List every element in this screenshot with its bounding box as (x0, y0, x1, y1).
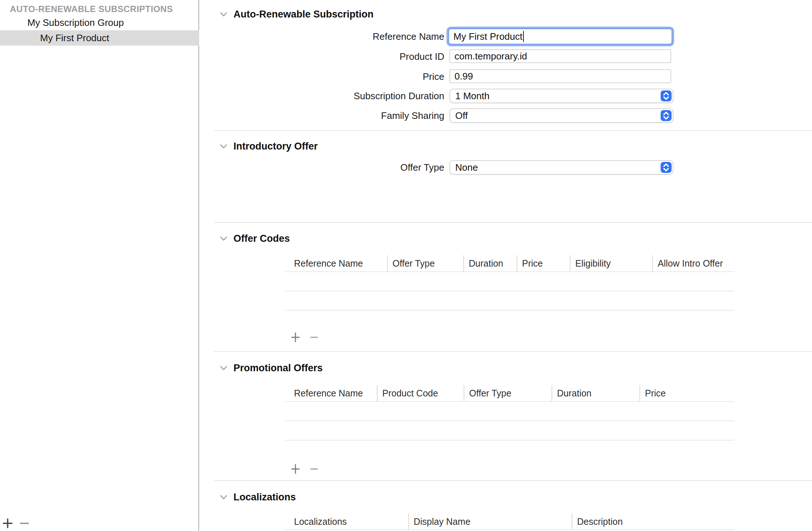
price-label: Price (201, 69, 444, 84)
text-cursor (523, 31, 524, 42)
section-title-promotional-offers: Promotional Offers (233, 363, 323, 374)
offer-type-value: None (455, 161, 478, 174)
popup-stepper-icon (661, 90, 672, 101)
section-divider (214, 480, 812, 481)
disclosure-chevron-icon[interactable] (220, 12, 228, 17)
plus-icon (290, 464, 301, 474)
section-header-subscription: Auto-Renewable Subscription (220, 9, 374, 20)
section-header-promotional-offers: Promotional Offers (220, 363, 323, 373)
reference-name-focus-ring: My First Product (446, 27, 674, 46)
localizations-table-header: Localizations Display Name Description (285, 513, 734, 530)
disclosure-chevron-icon[interactable] (220, 144, 228, 149)
offer-type-popup[interactable]: None (449, 160, 673, 175)
offer-codes-actions (288, 330, 332, 345)
offer-codes-remove-button[interactable] (307, 330, 321, 345)
table-row (285, 272, 734, 291)
section-header-localizations: Localizations (220, 492, 296, 503)
disclosure-chevron-icon[interactable] (220, 495, 228, 500)
sidebar-remove-button[interactable] (18, 516, 31, 530)
section-header-introductory-offer: Introductory Offer (220, 141, 318, 152)
table-row (285, 421, 734, 441)
offer-codes-table-body (285, 271, 734, 311)
section-title-offer-codes: Offer Codes (233, 233, 290, 244)
promotional-offers-add-button[interactable] (288, 462, 303, 476)
sidebar: AUTO-RENEWABLE SUBSCRIPTIONS My Subscrip… (0, 0, 199, 531)
column-header[interactable]: Allow Intro Offer (652, 255, 734, 271)
family-sharing-popup[interactable]: Off (449, 108, 673, 123)
column-header[interactable]: Duration (463, 255, 517, 271)
promotional-offers-table: Reference Name Product Code Offer Type D… (285, 385, 734, 441)
localizations-table-body (285, 530, 734, 531)
section-divider (214, 130, 812, 131)
plus-icon (290, 332, 301, 342)
disclosure-chevron-icon[interactable] (220, 236, 228, 241)
subscription-duration-value: 1 Month (455, 89, 490, 102)
column-header[interactable]: Display Name (408, 513, 572, 530)
column-header[interactable]: Price (639, 385, 734, 401)
sidebar-item-first-product[interactable]: My First Product (0, 30, 199, 46)
column-header[interactable]: Duration (552, 385, 639, 401)
popup-stepper-icon (661, 110, 672, 121)
reference-name-value: My First Product (453, 31, 522, 42)
minus-icon (309, 332, 319, 342)
section-divider (214, 351, 812, 352)
sidebar-add-button[interactable] (1, 516, 15, 530)
column-header[interactable]: Reference Name (285, 385, 377, 401)
column-header[interactable]: Offer Type (387, 255, 463, 271)
minus-icon (19, 518, 30, 529)
section-title-introductory-offer: Introductory Offer (233, 141, 318, 152)
price-input[interactable] (449, 69, 671, 83)
reference-name-label: Reference Name (201, 29, 444, 44)
section-title-localizations: Localizations (233, 492, 296, 503)
column-header[interactable]: Offer Type (464, 385, 552, 401)
column-header[interactable]: Localizations (285, 513, 408, 530)
product-id-label: Product ID (201, 49, 444, 64)
sidebar-actions (0, 516, 199, 531)
offer-codes-table-header: Reference Name Offer Type Duration Price… (285, 255, 734, 271)
popup-stepper-icon (661, 162, 672, 173)
section-divider (214, 222, 812, 223)
promotional-offers-actions (288, 462, 332, 476)
minus-icon (309, 464, 319, 474)
column-header[interactable]: Eligibility (570, 255, 652, 271)
offer-type-label: Offer Type (201, 160, 444, 175)
plus-icon (2, 518, 13, 529)
promotional-offers-table-body (285, 401, 734, 441)
localizations-table: Localizations Display Name Description (285, 513, 734, 531)
column-header[interactable]: Description (572, 513, 734, 530)
sidebar-section-label: AUTO-RENEWABLE SUBSCRIPTIONS (10, 4, 173, 14)
sidebar-item-subscription-group[interactable]: My Subscription Group (0, 17, 199, 28)
section-header-offer-codes: Offer Codes (220, 233, 290, 244)
table-row (285, 291, 734, 311)
column-header[interactable]: Reference Name (285, 255, 387, 271)
table-row (285, 402, 734, 421)
subscription-duration-popup[interactable]: 1 Month (449, 89, 673, 103)
subscription-duration-label: Subscription Duration (201, 89, 444, 103)
promotional-offers-remove-button[interactable] (307, 462, 321, 476)
family-sharing-value: Off (455, 109, 468, 122)
reference-name-input[interactable]: My First Product (448, 28, 672, 44)
column-header[interactable]: Price (517, 255, 570, 271)
family-sharing-label: Family Sharing (201, 108, 444, 123)
product-id-input[interactable] (449, 49, 671, 63)
column-header[interactable]: Product Code (377, 385, 464, 401)
offer-codes-table: Reference Name Offer Type Duration Price… (285, 255, 734, 311)
section-title-subscription: Auto-Renewable Subscription (233, 9, 374, 20)
disclosure-chevron-icon[interactable] (220, 365, 228, 371)
promotional-offers-table-header: Reference Name Product Code Offer Type D… (285, 385, 734, 401)
offer-codes-add-button[interactable] (288, 330, 303, 345)
